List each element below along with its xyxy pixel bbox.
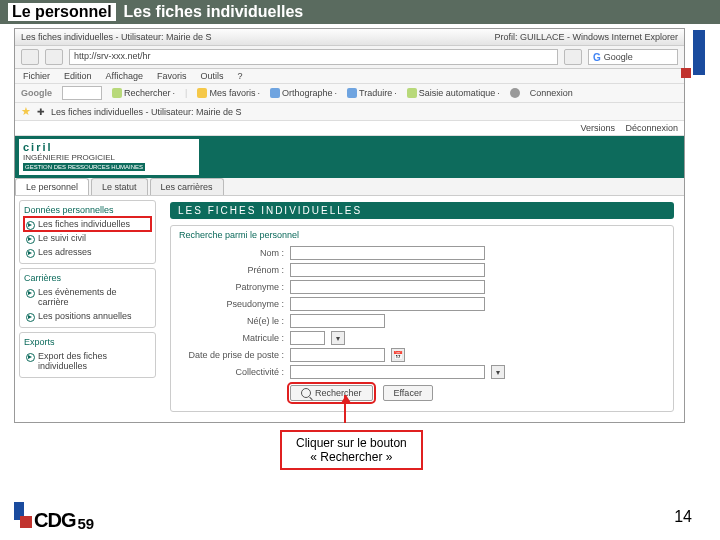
menu-affichage[interactable]: Affichage [106,71,143,81]
label-collectivite: Collectivité : [179,367,284,377]
logo-num: 59 [77,515,94,532]
google-saisie[interactable]: Saisie automatique · [407,88,500,98]
sidebar-item-evenements[interactable]: Les évènements de carrière [24,285,151,309]
logo-blocks [14,502,32,532]
corner-decoration [670,30,705,75]
browser-search[interactable]: G Google [588,49,678,65]
menu-outils[interactable]: Outils [200,71,223,81]
input-collectivite[interactable] [290,365,485,379]
favorites-bar: ★ ✚ Les fiches individuelles - Utilisate… [15,103,684,121]
sidebar-group-exports: Exports Export des fiches individuelles [19,332,156,378]
sidebar-item-suivi[interactable]: Le suivi civil [24,231,151,245]
rechercher-label: Rechercher [315,388,362,398]
menu-help[interactable]: ? [237,71,242,81]
input-matricule[interactable] [290,331,325,345]
effacer-label: Effacer [394,388,422,398]
forward-button[interactable] [45,49,63,65]
star-icon [197,88,207,98]
slide-title-prefix: Le personnel [8,3,116,21]
callout-line2: « Rechercher » [296,450,407,464]
app-tabs: Le personnel Le statut Les carrières [15,178,684,196]
panel-heading: Recherche parmi le personnel [179,230,665,240]
app-top-strip: Versions Déconnexion [15,121,684,136]
search-placeholder: Google [604,52,633,62]
label-date-prise: Date de prise de poste : [179,350,284,360]
search-panel: Recherche parmi le personnel Nom : Préno… [170,225,674,412]
label-pseudonyme: Pseudonyme : [179,299,284,309]
slide-header: Le personnel Les fiches individuelles [0,0,720,24]
main-panel: LES FICHES INDIVIDUELLES Recherche parmi… [160,196,684,423]
google-gear[interactable] [510,88,520,98]
input-nee[interactable] [290,314,385,328]
sidebar-group-carrieres: Carrières Les évènements de carrière Les… [19,268,156,328]
favorite-star-icon[interactable]: ★ [21,105,31,118]
sidebar-item-fiches[interactable]: Les fiches individuelles [24,217,151,231]
input-pseudonyme[interactable] [290,297,485,311]
search-icon [301,388,311,398]
input-patronyme[interactable] [290,280,485,294]
sidebar-item-positions[interactable]: Les positions annuelles [24,309,151,323]
refresh-button[interactable] [564,49,582,65]
matricule-picker[interactable]: ▾ [331,331,345,345]
gear-icon [510,88,520,98]
address-bar: http://srv-xxx.net/hr G Google [15,46,684,69]
menu-edition[interactable]: Edition [64,71,92,81]
sidebar: Données personnelles Les fiches individu… [15,196,160,423]
google-toolbar: Google Rechercher · | Mes favoris · Orth… [15,84,684,103]
sidebar-item-adresses[interactable]: Les adresses [24,245,151,259]
google-search-input[interactable] [62,86,102,100]
google-traduire[interactable]: Traduire · [347,88,397,98]
effacer-button[interactable]: Effacer [383,385,433,401]
logo-text: CDG [34,509,75,532]
browser-window: Les fiches individuelles - Utilisateur: … [14,28,685,423]
google-connexion[interactable]: Connexion [530,88,573,98]
url-input[interactable]: http://srv-xxx.net/hr [69,49,558,65]
page-number: 14 [674,508,692,526]
slide-title: Les fiches individuelles [124,3,304,21]
rechercher-button[interactable]: Rechercher [290,385,373,401]
menu-favoris[interactable]: Favoris [157,71,187,81]
label-prenom: Prénom : [179,265,284,275]
sidebar-title-exports: Exports [24,335,151,349]
check-icon [270,88,280,98]
browser-title-bar: Les fiches individuelles - Utilisateur: … [15,29,684,46]
google-icon: G [593,52,601,63]
google-search-btn[interactable]: Rechercher · [112,88,175,98]
google-favoris[interactable]: Mes favoris · [197,88,260,98]
translate-icon [347,88,357,98]
brand-tag: GESTION DES RESSOURCES HUMAINES [23,163,145,171]
tab-carrieres[interactable]: Les carrières [150,178,224,195]
tab-personnel[interactable]: Le personnel [15,178,89,195]
page-title: LES FICHES INDIVIDUELLES [170,202,674,219]
window-title-left: Les fiches individuelles - Utilisateur: … [21,32,212,42]
google-ortho[interactable]: Orthographe · [270,88,337,98]
input-prenom[interactable] [290,263,485,277]
tab-label[interactable]: Les fiches individuelles - Utilisateur: … [51,107,242,117]
label-matricule: Matricule : [179,333,284,343]
tab-statut[interactable]: Le statut [91,178,148,195]
window-title-right: Profil: GUILLACE - Windows Internet Expl… [494,32,678,42]
brand-sub: INGÉNIERIE PROGICIEL [23,153,195,162]
deconnexion-link[interactable]: Déconnexion [625,123,678,133]
cdg59-logo: CDG 59 [14,502,94,532]
back-button[interactable] [21,49,39,65]
sidebar-item-export[interactable]: Export des fiches individuelles [24,349,151,373]
input-nom[interactable] [290,246,485,260]
favorites-add-icon[interactable]: ✚ [37,107,45,117]
brand-name: ciril [23,141,195,153]
sidebar-group-donnees: Données personnelles Les fiches individu… [19,200,156,264]
input-date-prise[interactable] [290,348,385,362]
autofill-icon [407,88,417,98]
app-body: Données personnelles Les fiches individu… [15,196,684,423]
menu-fichier[interactable]: Fichier [23,71,50,81]
search-icon [112,88,122,98]
date-picker[interactable]: 📅 [391,348,405,362]
versions-link[interactable]: Versions [580,123,615,133]
callout-box: Cliquer sur le bouton « Rechercher » [280,430,423,470]
label-nom: Nom : [179,248,284,258]
sidebar-title-carrieres: Carrières [24,271,151,285]
arrow-annotation [344,395,346,423]
menu-bar: Fichier Edition Affichage Favoris Outils… [15,69,684,84]
callout-line1: Cliquer sur le bouton [296,436,407,450]
collectivite-picker[interactable]: ▾ [491,365,505,379]
